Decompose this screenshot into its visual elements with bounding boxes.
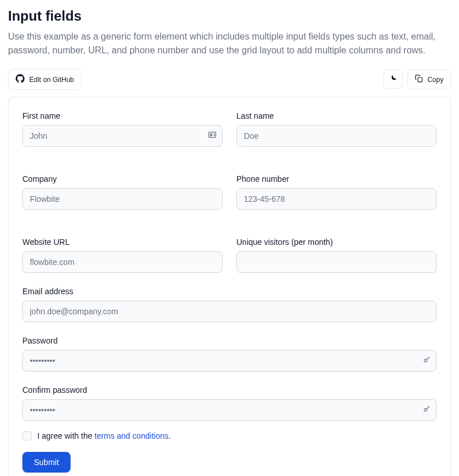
terms-link[interactable]: terms and conditions <box>95 431 169 440</box>
toolbar: Edit on GitHub Copy <box>8 69 451 90</box>
edit-github-label: Edit on GitHub <box>29 76 74 84</box>
terms-text-prefix: I agree with the <box>37 431 95 440</box>
confirm-password-label: Confirm password <box>22 385 437 395</box>
moon-icon <box>388 74 398 85</box>
form-container: First name Last name Company Phone numbe… <box>8 97 451 476</box>
submit-button[interactable]: Submit <box>22 452 71 473</box>
terms-text-suffix: . <box>169 431 171 440</box>
confirm-password-input[interactable] <box>22 399 437 421</box>
last-name-input[interactable] <box>236 125 437 147</box>
copy-button[interactable]: Copy <box>407 69 451 89</box>
phone-input[interactable] <box>236 188 437 210</box>
company-label: Company <box>22 174 223 184</box>
phone-label: Phone number <box>236 174 437 184</box>
copy-label: Copy <box>427 76 444 84</box>
email-label: Email address <box>22 287 437 296</box>
terms-label: I agree with the terms and conditions. <box>37 431 171 440</box>
company-input[interactable] <box>22 188 223 210</box>
visitors-label: Unique visitors (per month) <box>236 237 437 247</box>
password-input[interactable] <box>22 350 437 372</box>
password-label: Password <box>22 336 437 345</box>
email-input[interactable] <box>22 301 437 322</box>
svg-rect-0 <box>418 77 422 82</box>
edit-github-button[interactable]: Edit on GitHub <box>8 69 81 90</box>
last-name-label: Last name <box>236 111 437 120</box>
first-name-label: First name <box>22 111 223 120</box>
first-name-input[interactable] <box>22 125 223 147</box>
visitors-input[interactable] <box>236 251 437 273</box>
page-description: Use this example as a generic form eleme… <box>8 30 451 57</box>
github-icon <box>15 74 25 85</box>
website-input[interactable] <box>22 251 223 273</box>
page-title: Input fields <box>8 8 451 24</box>
copy-icon <box>415 75 423 84</box>
website-label: Website URL <box>22 237 223 247</box>
terms-checkbox[interactable] <box>22 431 32 440</box>
dark-mode-button[interactable] <box>383 69 403 89</box>
